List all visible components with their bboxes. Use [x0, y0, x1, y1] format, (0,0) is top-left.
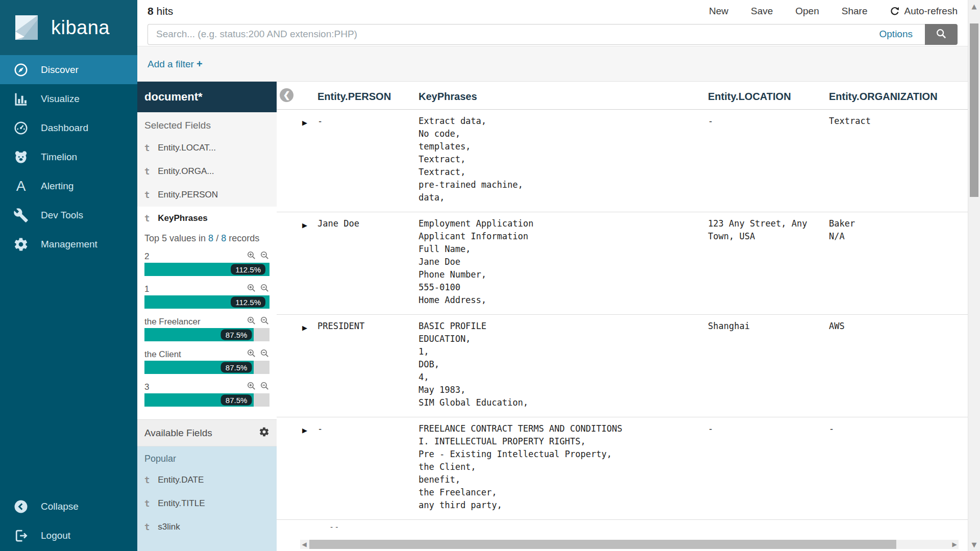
sidebar-item-label: Logout [41, 530, 70, 541]
filter-out-value-icon[interactable] [260, 251, 270, 262]
letter-a-icon: A [12, 178, 30, 195]
expand-row-icon[interactable]: ▶ [302, 119, 307, 127]
field-item[interactable]: tEntity.DATE [137, 468, 277, 492]
save-button[interactable]: Save [751, 6, 773, 17]
field-value-row: the Freelancer87.5% [137, 315, 277, 341]
field-values-summary: Top 5 values in 8 / 8 records [137, 230, 277, 250]
popular-fields-section: Popular tEntity.DATEtEntity.TITLEts3link [137, 446, 277, 551]
sidebar-item-logout[interactable]: Logout [0, 521, 137, 550]
records-total-link[interactable]: 8 [221, 233, 226, 243]
kibana-logo-block[interactable]: kibana [0, 0, 137, 55]
sidebar-item-label: Alerting [41, 181, 74, 192]
filter-for-value-icon[interactable] [247, 381, 256, 393]
collapse-sidebar-chevron-icon[interactable]: ❮ [280, 88, 293, 102]
sidebar-item-dev-tools[interactable]: Dev Tools [0, 201, 137, 230]
field-value-bar: 87.5% [144, 393, 270, 407]
filter-out-value-icon[interactable] [260, 316, 270, 328]
field-value-row: 2112.5% [137, 250, 277, 276]
field-item-label: s3link [158, 522, 180, 532]
add-filter-label: Add a filter [148, 59, 194, 69]
table-row: ▶Jane DoeEmployment Application Applican… [277, 212, 968, 315]
filter-for-value-icon[interactable] [247, 251, 256, 262]
available-fields-header: Available Fields [137, 419, 277, 446]
scroll-down-arrow-icon[interactable]: ▼ [968, 541, 980, 548]
field-value-row: 1112.5% [137, 283, 277, 309]
popular-fields-list: tEntity.DATEtEntity.TITLEts3link [137, 468, 277, 539]
search-button[interactable] [925, 24, 958, 45]
column-header-person: Entity.PERSON [317, 89, 419, 103]
field-item-keyphrases[interactable]: t KeyPhrases [137, 207, 277, 230]
refresh-icon [890, 6, 900, 16]
auto-refresh-button[interactable]: Auto-refresh [890, 6, 958, 17]
collapse-circle-icon [12, 498, 30, 515]
field-item[interactable]: tEntity.TITLE [137, 492, 277, 515]
cell-person: PRESIDENT [317, 320, 419, 409]
vertical-scrollbar[interactable]: ▲ ▼ [968, 0, 980, 551]
filter-out-value-icon[interactable] [260, 283, 270, 295]
horizontal-scrollbar-thumb[interactable] [309, 540, 896, 549]
sidebar-item-timelion[interactable]: Timelion [0, 142, 137, 171]
cell-person: - [317, 422, 419, 512]
cell-location: Shanghai [708, 320, 829, 409]
field-item[interactable]: tEntity.PERSON [137, 183, 277, 207]
records-count-link[interactable]: 8 [208, 233, 213, 243]
field-item[interactable]: tEntity.ORGA... [137, 160, 277, 183]
results-table: ❮ Entity.PERSON KeyPhrases Entity.LOCATI… [277, 82, 968, 551]
cell-keyphrases: Extract data, No code, templates, Textra… [419, 115, 708, 204]
table-row: ▶-Extract data, No code, templates, Text… [277, 110, 968, 212]
field-item[interactable]: ts3link [137, 515, 277, 539]
percent-badge: 87.5% [221, 362, 252, 373]
sidebar-item-management[interactable]: Management [0, 230, 137, 259]
sidebar-item-dashboard[interactable]: Dashboard [0, 113, 137, 142]
hits-count: 8 hits [148, 5, 173, 17]
add-filter-link[interactable]: Add a filter + [148, 58, 203, 70]
text-field-type-icon: t [144, 166, 150, 177]
hits-number: 8 [148, 5, 154, 17]
sidebar-item-collapse[interactable]: Collapse [0, 492, 137, 521]
sidebar-item-label: Discover [41, 64, 79, 76]
filter-out-value-icon[interactable] [260, 348, 270, 360]
filter-for-value-icon[interactable] [247, 316, 256, 328]
expand-row-icon[interactable]: ▶ [302, 427, 307, 434]
cell-keyphrases: A [419, 525, 708, 528]
hits-word: hits [157, 5, 174, 17]
percent-badge: 87.5% [221, 395, 252, 406]
scroll-right-arrow-icon[interactable]: ▶ [950, 541, 959, 548]
field-settings-gear-icon[interactable] [259, 427, 270, 439]
expand-row-icon[interactable]: ▶ [302, 324, 307, 332]
wrench-icon [12, 207, 30, 224]
logout-icon [12, 527, 30, 544]
vertical-scrollbar-thumb[interactable] [970, 23, 978, 197]
expand-row-icon[interactable]: ▶ [302, 221, 307, 229]
cell-organization: - [829, 422, 968, 512]
sidebar-item-visualize[interactable]: Visualize [0, 84, 137, 113]
cell-organization: - [829, 525, 968, 528]
top-bar: 8 hits New Save Open Share Auto-refresh [137, 0, 968, 22]
sidebar-item-alerting[interactable]: A Alerting [0, 171, 137, 201]
filter-for-value-icon[interactable] [247, 348, 256, 360]
scroll-up-arrow-icon[interactable]: ▲ [968, 3, 980, 10]
share-button[interactable]: Share [842, 6, 868, 17]
cell-person: - [317, 115, 419, 204]
search-input[interactable] [148, 24, 925, 45]
field-value-bar: 112.5% [144, 263, 270, 276]
cell-location: 123 Any Street, Any Town, USA [708, 217, 829, 307]
cell-keyphrases: FREELANCE CONTRACT TERMS AND CONDITIONS … [419, 422, 708, 512]
field-value-row: 387.5% [137, 381, 277, 407]
sidebar-item-discover[interactable]: Discover [0, 55, 137, 84]
index-pattern-selector[interactable]: document* [137, 82, 277, 112]
selected-fields-list: tEntity.LOCAT...tEntity.ORGA...tEntity.P… [137, 136, 277, 207]
table-row-partial: ▶Jeff BA-- [277, 520, 968, 528]
percent-badge: 87.5% [221, 330, 252, 340]
scroll-left-arrow-icon[interactable]: ◀ [300, 541, 308, 548]
field-item[interactable]: tEntity.LOCAT... [137, 136, 277, 160]
open-button[interactable]: Open [795, 6, 819, 17]
filter-for-value-icon[interactable] [247, 283, 256, 295]
field-value-bars: 2112.5%1112.5%the Freelancer87.5%the Cli… [137, 250, 277, 407]
search-options-link[interactable]: Options [879, 29, 913, 40]
new-button[interactable]: New [709, 6, 728, 17]
summary-separator: / [216, 233, 218, 243]
filter-out-value-icon[interactable] [260, 381, 270, 393]
horizontal-scrollbar[interactable]: ◀ ▶ [300, 540, 959, 549]
table-body: ▶-Extract data, No code, templates, Text… [277, 110, 968, 528]
